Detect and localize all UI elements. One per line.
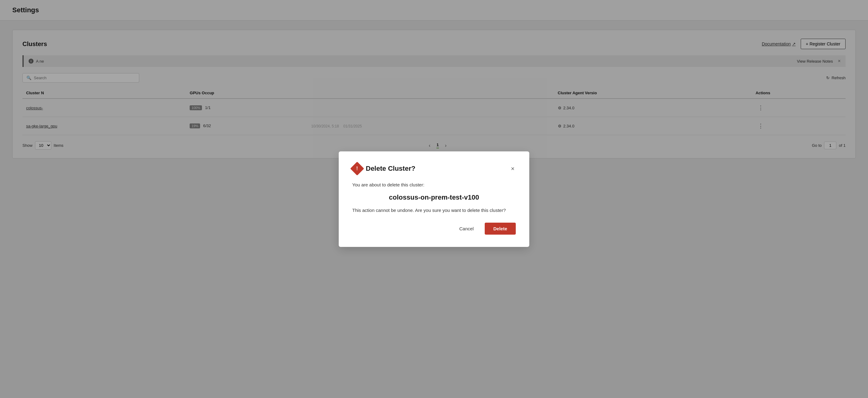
modal-footer: Cancel Delete xyxy=(352,223,516,235)
modal-title: Delete Cluster? xyxy=(366,165,415,173)
cluster-name-highlight: colossus-on-prem-test-v100 xyxy=(352,194,516,201)
delete-cluster-modal: ! Delete Cluster? × You are about to del… xyxy=(339,152,529,247)
cancel-button[interactable]: Cancel xyxy=(453,223,480,234)
modal-title-row: ! Delete Cluster? xyxy=(352,164,415,173)
modal-warning-text: This action cannot be undone. Are you su… xyxy=(352,208,516,213)
delete-button[interactable]: Delete xyxy=(485,223,516,235)
modal-body: You are about to delete this cluster: co… xyxy=(352,182,516,213)
warning-diamond-icon: ! xyxy=(350,162,364,175)
modal-description: You are about to delete this cluster: xyxy=(352,182,516,187)
modal-overlay[interactable]: ! Delete Cluster? × You are about to del… xyxy=(0,0,868,398)
modal-close-button[interactable]: × xyxy=(509,164,516,173)
modal-header: ! Delete Cluster? × xyxy=(352,164,516,173)
